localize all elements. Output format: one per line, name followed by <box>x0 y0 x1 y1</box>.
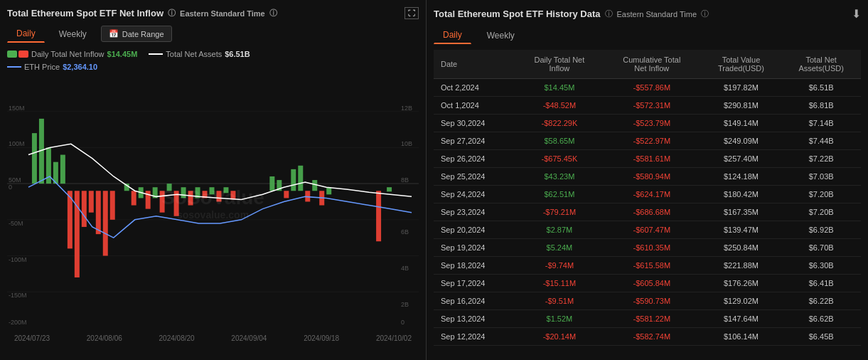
table-header-row: Date Daily Total NetInflow Cumulative To… <box>434 50 861 79</box>
left-info-icon[interactable]: ⓘ <box>168 8 176 18</box>
svg-rect-31 <box>103 191 108 255</box>
svg-text:0: 0 <box>401 319 404 326</box>
left-tab-weekly[interactable]: Weekly <box>50 26 95 42</box>
date-range-button[interactable]: 📅 Date Range <box>101 26 172 42</box>
cell-assets: $6.51B <box>781 79 861 97</box>
cell-assets: $6.41B <box>781 275 861 292</box>
cell-daily: -$822.29K <box>516 115 603 132</box>
cell-assets: $7.20B <box>781 203 861 221</box>
legend-net-assets-label: Total Net Assets <box>166 50 222 58</box>
cell-assets: $7.14B <box>781 115 861 132</box>
table-row: Sep 17,2024 -$15.11M -$605.84M $176.26M … <box>434 275 861 292</box>
cell-traded: $149.14M <box>701 115 782 132</box>
cell-daily: $2.87M <box>516 221 603 239</box>
legend-row-2: ETH Price $2,364.10 <box>7 63 419 71</box>
cell-daily: -$9.51M <box>516 292 603 310</box>
cell-assets: $6.70B <box>781 239 861 257</box>
svg-rect-30 <box>96 191 101 234</box>
cell-daily: -$20.14M <box>516 328 603 346</box>
right-tab-daily[interactable]: Daily <box>434 26 471 44</box>
cell-date: Sep 13,2024 <box>434 310 516 328</box>
legend-net-assets: Total Net Assets $6.51B <box>149 50 250 58</box>
cell-cumulative: -$605.84M <box>603 275 701 292</box>
svg-rect-57 <box>326 187 331 194</box>
cell-assets: $7.03B <box>781 168 861 186</box>
cell-cumulative: -$557.86M <box>603 79 701 97</box>
table-container[interactable]: Date Daily Total NetInflow Cumulative To… <box>434 50 861 353</box>
cell-assets: $6.62B <box>781 310 861 328</box>
x-label-6: 2024/10/02 <box>376 334 412 342</box>
svg-text:-150M: -150M <box>9 292 26 299</box>
svg-rect-28 <box>82 191 87 227</box>
x-label-4: 2024/09/04 <box>231 334 267 342</box>
cell-cumulative: -$610.35M <box>603 239 701 257</box>
svg-rect-34 <box>132 191 136 205</box>
table-row: Sep 16,2024 -$9.51M -$590.73M $129.02M $… <box>434 292 861 310</box>
cell-traded: $290.81M <box>701 97 782 115</box>
chart-svg: 150M 100M 50M 0 -50M -100M -150M -200M 1… <box>7 75 419 332</box>
cell-daily: -$79.21M <box>516 203 603 221</box>
cell-daily: -$675.45K <box>516 150 603 168</box>
svg-text:0: 0 <box>9 184 12 191</box>
right-panel: Total Ethereum Spot ETF History Data ⓘ E… <box>427 0 868 360</box>
x-axis-labels: 2024/07/23 2024/08/06 2024/08/20 2024/09… <box>7 332 419 342</box>
table-row: Oct 1,2024 -$48.52M -$572.31M $290.81M $… <box>434 97 861 115</box>
cell-daily: $58.65M <box>516 132 603 150</box>
download-icon[interactable]: ⬇ <box>852 7 861 21</box>
right-tab-weekly[interactable]: Weekly <box>478 28 523 43</box>
svg-text:-50M: -50M <box>9 220 23 227</box>
x-label-5: 2024/09/18 <box>304 334 339 342</box>
legend-box-green <box>7 51 17 58</box>
svg-rect-59 <box>387 187 392 191</box>
svg-text:4B: 4B <box>401 265 409 272</box>
left-tab-daily[interactable]: Daily <box>7 25 45 43</box>
right-tz-info-icon[interactable]: ⓘ <box>701 9 709 19</box>
left-timezone: Eastern Standard Time <box>180 9 265 18</box>
left-panel-title: Total Ethereum Spot ETF Net Inflow ⓘ Eas… <box>7 7 419 19</box>
cell-assets: $7.22B <box>781 150 861 168</box>
cell-date: Sep 27,2024 <box>434 132 516 150</box>
col-assets: Total NetAssets(USD) <box>781 50 861 79</box>
expand-icon[interactable]: ⛶ <box>404 7 419 19</box>
cell-cumulative: -$581.61M <box>603 150 701 168</box>
right-timezone: Eastern Standard Time <box>617 10 697 18</box>
cell-date: Sep 24,2024 <box>434 186 516 203</box>
table-row: Sep 19,2024 $5.24M -$610.35M $250.84M $6… <box>434 239 861 257</box>
cell-cumulative: -$607.47M <box>603 221 701 239</box>
cell-cumulative: -$581.22M <box>603 310 701 328</box>
left-tz-info-icon[interactable]: ⓘ <box>269 8 277 18</box>
legend-line-blue <box>7 66 21 68</box>
cell-assets: $7.44B <box>781 132 861 150</box>
legend-box-red <box>18 51 28 58</box>
legend-eth-price: ETH Price $2,364.10 <box>7 63 97 71</box>
right-title: Total Ethereum Spot ETF History Data <box>434 9 601 19</box>
svg-text:100M: 100M <box>9 140 24 147</box>
table-row: Sep 27,2024 $58.65M -$522.97M $249.09M $… <box>434 132 861 150</box>
cell-cumulative: -$615.58M <box>603 257 701 275</box>
cell-date: Sep 17,2024 <box>434 275 516 292</box>
right-info-icon[interactable]: ⓘ <box>605 9 613 19</box>
cell-cumulative: -$572.31M <box>603 97 701 115</box>
legend-eth-price-label: ETH Price <box>24 63 60 71</box>
svg-rect-45 <box>210 187 215 194</box>
svg-rect-48 <box>230 191 235 199</box>
cell-daily: -$15.11M <box>516 275 603 292</box>
svg-rect-29 <box>89 191 94 212</box>
col-traded: Total ValueTraded(USD) <box>701 50 782 79</box>
cell-date: Sep 20,2024 <box>434 221 516 239</box>
table-row: Sep 20,2024 $2.87M -$607.47M $139.47M $6… <box>434 221 861 239</box>
cell-cumulative: -$582.74M <box>603 328 701 346</box>
legend-net-assets-value: $6.51B <box>225 50 250 58</box>
svg-rect-49 <box>269 176 274 191</box>
cell-traded: $221.88M <box>701 257 782 275</box>
cell-assets: $6.81B <box>781 97 861 115</box>
svg-text:-100M: -100M <box>9 256 26 263</box>
left-controls: Daily Weekly 📅 Date Range <box>7 25 419 43</box>
svg-text:10B: 10B <box>401 140 412 147</box>
col-daily-net: Daily Total NetInflow <box>516 50 603 79</box>
table-row: Sep 18,2024 -$9.74M -$615.58M $221.88M $… <box>434 257 861 275</box>
cell-daily: $43.23M <box>516 168 603 186</box>
cell-traded: $257.40M <box>701 150 782 168</box>
svg-rect-51 <box>284 191 289 198</box>
svg-rect-32 <box>110 191 115 220</box>
